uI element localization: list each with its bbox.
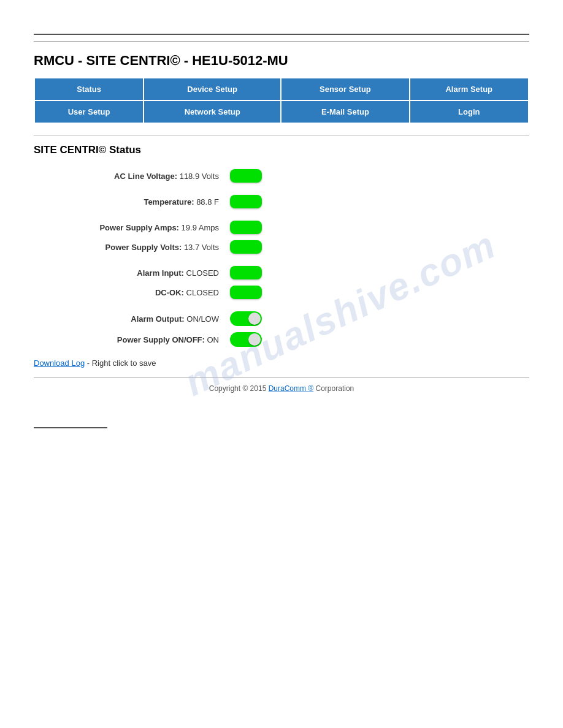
ac-voltage-pill <box>230 169 262 183</box>
temperature-pill <box>230 195 262 208</box>
footer-text: Copyright © 2015 <box>209 384 269 393</box>
section-title: SITE CENTRI© Status <box>34 144 529 156</box>
ps-onoff-label: Power Supply ON/OFF: ON <box>34 335 230 344</box>
dc-ok-indicator <box>230 286 279 299</box>
ps-amps-pill <box>230 221 262 234</box>
page-wrapper: RMCU - SITE CENTRI© - HE1U-5012-MU Statu… <box>0 34 563 728</box>
nav-table: Status Device Setup Sensor Setup Alarm S… <box>34 77 529 124</box>
nav-network-setup[interactable]: Network Setup <box>144 100 281 123</box>
footer: Copyright © 2015 DuraComm ® Corporation <box>34 378 529 403</box>
nav-user-setup[interactable]: User Setup <box>34 100 144 123</box>
nav-email-setup[interactable]: E-Mail Setup <box>281 100 409 123</box>
alarm-input-indicator <box>230 266 279 279</box>
dc-ok-label: DC-OK: CLOSED <box>34 288 230 297</box>
ps-volts-pill <box>230 240 262 254</box>
alarm-output-toggle[interactable] <box>230 311 262 326</box>
download-suffix: - Right click to save <box>85 358 156 368</box>
nav-status[interactable]: Status <box>34 78 144 100</box>
nav-device-setup[interactable]: Device Setup <box>144 78 281 100</box>
status-list: AC Line Voltage: 118.9 Volts Temperature… <box>34 166 529 350</box>
section-divider <box>34 135 529 135</box>
status-row-ps-onoff: Power Supply ON/OFF: ON <box>34 329 529 350</box>
footer-link[interactable]: DuraComm ® <box>269 384 314 393</box>
alarm-input-label: Alarm Input: CLOSED <box>34 268 230 278</box>
alarm-output-indicator <box>230 311 279 326</box>
ps-amps-label: Power Supply Amps: 19.9 Amps <box>34 223 230 232</box>
alarm-output-knob <box>248 313 261 325</box>
status-row-ps-amps: Power Supply Amps: 19.9 Amps <box>34 218 529 237</box>
alarm-output-label: Alarm Output: ON/LOW <box>34 314 230 324</box>
status-row-alarm-input: Alarm Input: CLOSED <box>34 263 529 282</box>
bottom-section-rule <box>34 427 107 428</box>
ps-onoff-knob <box>248 333 261 346</box>
ps-onoff-toggle[interactable] <box>230 332 262 347</box>
ps-onoff-indicator <box>230 332 279 347</box>
status-row-temperature: Temperature: 88.8 F <box>34 192 529 211</box>
ps-amps-indicator <box>230 221 279 234</box>
ac-voltage-label: AC Line Voltage: 118.9 Volts <box>34 172 230 181</box>
temperature-indicator <box>230 195 279 208</box>
status-row-ac-voltage: AC Line Voltage: 118.9 Volts <box>34 166 529 186</box>
top-rule <box>34 34 529 35</box>
status-row-dc-ok: DC-OK: CLOSED <box>34 282 529 302</box>
status-row-alarm-output: Alarm Output: ON/LOW <box>34 308 529 329</box>
footer-text2: Corporation <box>313 384 354 393</box>
page-title: RMCU - SITE CENTRI© - HE1U-5012-MU <box>34 53 529 69</box>
status-row-ps-volts: Power Supply Volts: 13.7 Volts <box>34 237 529 257</box>
ac-voltage-indicator <box>230 169 279 183</box>
nav-sensor-setup[interactable]: Sensor Setup <box>281 78 409 100</box>
nav-login[interactable]: Login <box>410 100 529 123</box>
nav-row-2: User Setup Network Setup E-Mail Setup Lo… <box>34 100 529 123</box>
temperature-label: Temperature: 88.8 F <box>34 197 230 207</box>
alarm-input-pill <box>230 266 262 279</box>
content-area: RMCU - SITE CENTRI© - HE1U-5012-MU Statu… <box>34 42 529 403</box>
nav-alarm-setup[interactable]: Alarm Setup <box>410 78 529 100</box>
ps-volts-label: Power Supply Volts: 13.7 Volts <box>34 243 230 252</box>
download-log-link[interactable]: Download Log <box>34 358 85 368</box>
ps-volts-indicator <box>230 240 279 254</box>
dc-ok-pill <box>230 286 262 299</box>
nav-row-1: Status Device Setup Sensor Setup Alarm S… <box>34 78 529 100</box>
download-section: Download Log - Right click to save <box>34 358 529 368</box>
